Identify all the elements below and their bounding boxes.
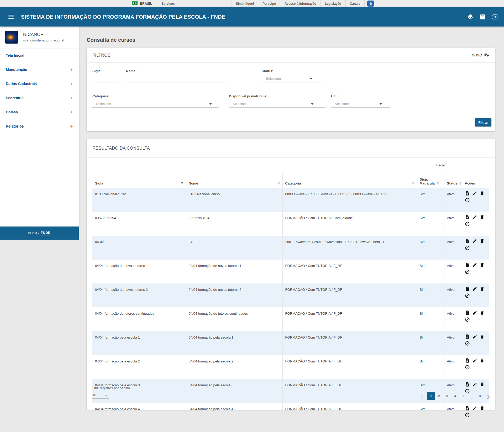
file-icon[interactable] [465, 286, 470, 291]
edit-icon[interactable] [472, 406, 477, 411]
pagination-page-2[interactable]: 2 [435, 392, 443, 400]
edit-icon[interactable] [472, 382, 477, 387]
nome-input[interactable] [126, 75, 226, 82]
cell-categoria: 0803 e-wave - F / 0803 e-wave - FILHO - … [282, 188, 417, 212]
edit-icon[interactable] [472, 310, 477, 315]
expand-plus-icon[interactable]: + [70, 67, 73, 72]
cell-disp_matricula: Sim [417, 188, 444, 212]
delete-icon[interactable] [480, 239, 485, 244]
delete-icon[interactable] [480, 215, 485, 220]
edit-icon[interactable] [472, 334, 477, 339]
delete-icon[interactable] [480, 382, 485, 387]
gov-link[interactable]: Canais [345, 0, 364, 7]
edit-icon[interactable] [472, 262, 477, 267]
edit-icon[interactable] [472, 191, 477, 196]
cell-status: Ativo [444, 283, 462, 307]
col-header-disp-matricula[interactable]: Disp.Matrícula [417, 173, 444, 188]
block-icon[interactable] [465, 413, 470, 418]
file-icon[interactable] [465, 382, 470, 387]
file-icon[interactable] [465, 191, 470, 196]
delete-icon[interactable] [480, 406, 485, 411]
disponivel-select[interactable]: Selecione [229, 100, 326, 108]
logout-icon[interactable] [492, 14, 498, 20]
expand-plus-icon[interactable]: + [70, 124, 73, 129]
sidebar-item-bolsas[interactable]: Bolsas+ [0, 105, 79, 119]
delete-icon[interactable] [480, 286, 485, 291]
sort-icon[interactable] [278, 182, 280, 185]
search-input[interactable] [448, 161, 491, 168]
sort-icon[interactable] [459, 182, 461, 185]
pagination-page-3[interactable]: 3 [443, 392, 451, 400]
search-label: Buscar: [434, 163, 446, 168]
block-icon[interactable] [465, 293, 470, 298]
cell-status: Ativo [444, 188, 462, 212]
block-icon[interactable] [465, 269, 470, 274]
delete-icon[interactable] [480, 358, 485, 363]
sigla-input[interactable] [92, 75, 119, 82]
delete-icon[interactable] [480, 334, 485, 339]
pagination-page-8[interactable]: 8 [476, 392, 484, 400]
delete-icon[interactable] [480, 191, 485, 196]
status-select[interactable]: Selecione [262, 75, 322, 82]
gov-link[interactable]: Participe [258, 0, 280, 7]
expand-plus-icon[interactable]: + [70, 110, 73, 115]
edit-icon[interactable] [472, 239, 477, 244]
chevron-right-icon[interactable] [484, 393, 492, 401]
sidebar-item-label: Bolsas [6, 110, 18, 114]
block-icon[interactable] [465, 245, 470, 250]
file-icon[interactable] [465, 358, 470, 363]
sidebar-item-dados-cadastrais[interactable]: Dados Cadastrais+ [0, 77, 79, 91]
gov-accessibility[interactable] [364, 0, 377, 7]
per-page-select[interactable]: 10 [92, 392, 109, 399]
sort-icon[interactable] [437, 182, 439, 185]
sidebar-item-relatorios[interactable]: Relatórios+ [0, 119, 79, 133]
gov-link-servicos[interactable]: Serviços [157, 0, 179, 7]
delete-icon[interactable] [480, 310, 485, 315]
novo-button[interactable]: NOVO [472, 52, 489, 58]
gov-brand[interactable]: BRASIL [127, 0, 157, 7]
col-header-nome[interactable]: Nome [186, 173, 282, 188]
edit-icon[interactable] [472, 286, 477, 291]
block-icon[interactable] [465, 222, 470, 226]
file-icon[interactable] [465, 310, 470, 315]
file-icon[interactable] [465, 239, 470, 244]
pagination-page-1[interactable]: 1 [427, 392, 435, 400]
cell-status: Ativo [444, 331, 462, 355]
file-icon[interactable] [465, 406, 470, 411]
block-icon[interactable] [465, 198, 470, 203]
pagination-page-4[interactable]: 4 [451, 392, 459, 400]
fnde-link[interactable]: FNDE [41, 231, 50, 235]
table-row: 04/04 formação de tutores continuados04/… [92, 307, 489, 331]
file-icon[interactable] [465, 262, 470, 267]
filtrar-button[interactable]: Filtrar [475, 118, 491, 127]
sort-icon[interactable] [412, 182, 414, 185]
col-header-categoria[interactable]: Categoria [282, 173, 417, 188]
sort-icon[interactable] [181, 182, 183, 185]
clipboard-icon[interactable] [479, 14, 486, 20]
file-icon[interactable] [465, 334, 470, 339]
file-icon[interactable] [465, 215, 470, 220]
libras-hands-icon[interactable] [367, 1, 374, 7]
hamburger-menu-icon[interactable] [8, 15, 14, 19]
pagination-page-5[interactable]: 5 [459, 392, 468, 400]
col-header-sigla[interactable]: Sigla [92, 173, 186, 188]
sidebar-item-manutencao[interactable]: Manutenção+ [0, 62, 79, 77]
layers-icon[interactable] [467, 14, 474, 20]
gov-link[interactable]: Simplifique! [232, 0, 258, 7]
chevron-left-icon[interactable] [419, 393, 427, 401]
uf-select[interactable]: Selecione [331, 100, 390, 108]
edit-icon[interactable] [472, 358, 477, 363]
expand-plus-icon[interactable]: + [70, 81, 73, 86]
edit-icon[interactable] [472, 215, 477, 220]
col-header-status[interactable]: Status [444, 173, 462, 188]
categoria-select[interactable]: Selecione [92, 100, 219, 108]
expand-plus-icon[interactable]: + [70, 96, 73, 101]
gov-link[interactable]: Acesso à informação [280, 0, 321, 7]
sidebar-item-tela-inicial[interactable]: Tela Inicial [0, 48, 79, 62]
gov-link[interactable]: Legislação [321, 0, 345, 7]
block-icon[interactable] [465, 365, 470, 370]
block-icon[interactable] [465, 341, 470, 346]
sidebar-item-secretaria[interactable]: Secretaria+ [0, 91, 79, 105]
block-icon[interactable] [465, 317, 470, 322]
delete-icon[interactable] [480, 262, 485, 267]
